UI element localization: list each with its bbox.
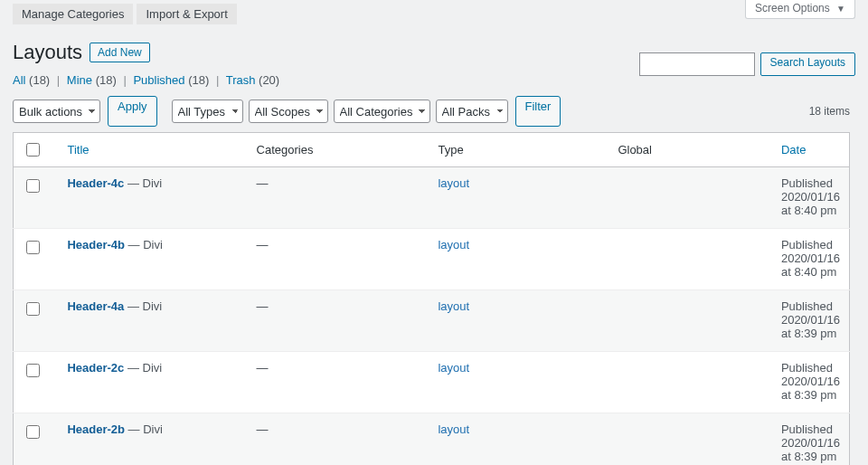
- row-builder: — Divi: [124, 361, 162, 375]
- page-title: Layouts: [13, 41, 82, 64]
- table-row: Header-2b — Divi—layoutPublished2020/01/…: [14, 413, 850, 466]
- row-status: Published: [781, 422, 840, 436]
- row-global: [609, 167, 772, 229]
- row-global: [609, 413, 772, 466]
- row-date: 2020/01/16 at 8:40 pm: [781, 190, 840, 217]
- row-global: [609, 290, 772, 352]
- row-type-link[interactable]: layout: [438, 176, 469, 190]
- row-type-link[interactable]: layout: [438, 238, 469, 251]
- table-row: Header-2c — Divi—layoutPublished2020/01/…: [14, 352, 850, 413]
- row-builder: — Divi: [125, 238, 163, 251]
- row-categories: —: [248, 229, 429, 290]
- row-type-link[interactable]: layout: [438, 299, 469, 313]
- row-title-link[interactable]: Header-2b: [67, 422, 125, 436]
- row-categories: —: [248, 290, 429, 352]
- row-title-link[interactable]: Header-2c: [67, 361, 124, 375]
- apply-button[interactable]: Apply: [108, 96, 157, 127]
- screen-options-label: Screen Options: [755, 2, 830, 14]
- row-builder: — Divi: [124, 176, 162, 190]
- row-builder: — Divi: [124, 299, 162, 313]
- row-date: 2020/01/16 at 8:39 pm: [781, 436, 840, 463]
- row-title-link[interactable]: Header-4c: [67, 176, 124, 190]
- col-title[interactable]: Title: [58, 133, 247, 167]
- table-row: Header-4c — Divi—layoutPublished2020/01/…: [14, 167, 850, 229]
- filter-categories-select[interactable]: All Categories: [334, 100, 430, 123]
- row-categories: —: [248, 167, 429, 229]
- table-row: Header-4a — Divi—layoutPublished2020/01/…: [14, 290, 850, 352]
- select-all-checkbox[interactable]: [26, 143, 40, 157]
- tab-manage-categories[interactable]: Manage Categories: [13, 4, 133, 24]
- col-categories: Categories: [248, 133, 429, 167]
- add-new-button[interactable]: Add New: [90, 43, 150, 62]
- row-checkbox[interactable]: [26, 241, 40, 254]
- search-input[interactable]: [639, 52, 755, 76]
- row-checkbox[interactable]: [26, 179, 40, 193]
- row-checkbox[interactable]: [26, 425, 40, 439]
- screen-options-tab[interactable]: Screen Options ▼: [745, 0, 855, 19]
- chevron-down-icon: ▼: [836, 4, 845, 14]
- filter-types-select[interactable]: All Types: [172, 100, 243, 123]
- view-trash[interactable]: Trash: [226, 73, 256, 87]
- bulk-actions-select[interactable]: Bulk actions: [13, 100, 100, 123]
- row-status: Published: [781, 176, 840, 190]
- row-checkbox[interactable]: [26, 302, 40, 316]
- filter-button[interactable]: Filter: [515, 96, 561, 127]
- col-global: Global: [609, 133, 772, 167]
- row-status: Published: [781, 299, 840, 313]
- col-date[interactable]: Date: [772, 133, 850, 167]
- admin-subnav: Manage Categories Import & Export: [13, 0, 850, 24]
- col-type: Type: [429, 133, 609, 167]
- row-type-link[interactable]: layout: [438, 361, 469, 375]
- row-type-link[interactable]: layout: [438, 422, 469, 436]
- row-title-link[interactable]: Header-4b: [67, 238, 125, 251]
- row-title-link[interactable]: Header-4a: [67, 299, 124, 313]
- row-date: 2020/01/16 at 8:39 pm: [781, 313, 840, 340]
- search-layouts-button[interactable]: Search Layouts: [760, 52, 855, 76]
- row-global: [609, 229, 772, 290]
- view-published[interactable]: Published: [133, 73, 184, 87]
- row-categories: —: [248, 413, 429, 466]
- row-categories: —: [248, 352, 429, 413]
- row-status: Published: [781, 238, 840, 251]
- view-mine[interactable]: Mine: [67, 73, 92, 87]
- view-all[interactable]: All: [13, 73, 25, 87]
- layouts-table: Title Categories Type Global Date Header…: [13, 132, 850, 465]
- table-row: Header-4b — Divi—layoutPublished2020/01/…: [14, 229, 850, 290]
- row-checkbox[interactable]: [26, 364, 40, 377]
- row-builder: — Divi: [125, 422, 163, 436]
- items-count: 18 items: [809, 105, 850, 118]
- filter-scopes-select[interactable]: All Scopes: [249, 100, 328, 123]
- row-status: Published: [781, 361, 840, 375]
- tab-import-export[interactable]: Import & Export: [137, 4, 236, 24]
- row-date: 2020/01/16 at 8:39 pm: [781, 375, 840, 402]
- row-global: [609, 352, 772, 413]
- row-date: 2020/01/16 at 8:40 pm: [781, 251, 840, 279]
- filter-packs-select[interactable]: All Packs: [436, 100, 508, 123]
